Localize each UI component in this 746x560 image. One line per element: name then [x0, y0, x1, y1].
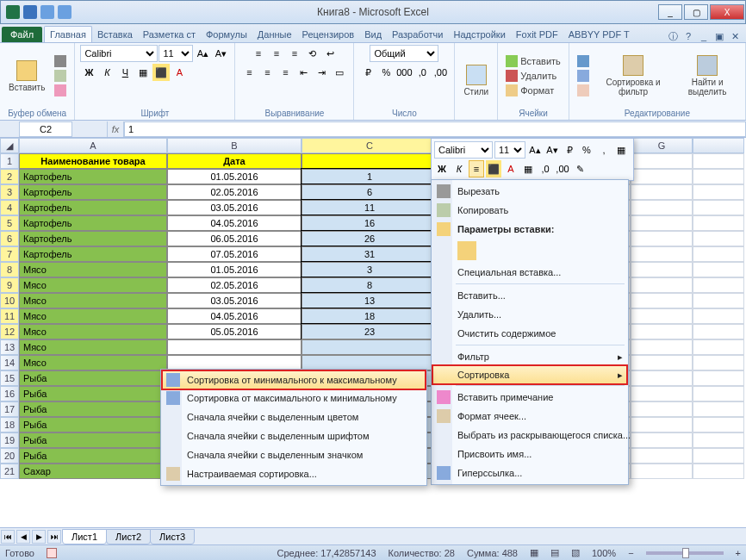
cell-name[interactable]: Мясо: [19, 324, 167, 339]
sort-custom[interactable]: Настраиваемая сортировка...: [163, 464, 425, 483]
col-blank[interactable]: [693, 138, 744, 153]
mini-align-center-icon[interactable]: ≡: [469, 160, 484, 177]
align-right-icon[interactable]: ≡: [277, 64, 294, 81]
select-all-corner[interactable]: ◢: [0, 138, 19, 153]
row-5[interactable]: 5: [0, 215, 19, 231]
cell-name[interactable]: Рыба: [19, 386, 167, 401]
cell-name[interactable]: Картофель: [19, 200, 167, 215]
redo-icon[interactable]: [58, 5, 71, 19]
window-restore-icon[interactable]: ▣: [713, 30, 725, 42]
mini-dec1-icon[interactable]: ,0: [538, 160, 553, 177]
percent-icon[interactable]: %: [377, 64, 395, 81]
tab-home[interactable]: Главная: [44, 26, 92, 42]
clipboard-icon[interactable]: [457, 241, 476, 260]
cell-name[interactable]: Мясо: [19, 262, 167, 277]
cut-button[interactable]: [52, 54, 69, 68]
ctx-copy[interactable]: Копировать: [433, 201, 626, 220]
minimize-ribbon-icon[interactable]: ⓘ: [667, 30, 679, 42]
cell-c[interactable]: 11: [302, 200, 438, 215]
cell-name[interactable]: Мясо: [19, 293, 167, 308]
ctx-paste-icon-row[interactable]: [433, 239, 626, 263]
zoom-in-icon[interactable]: +: [736, 548, 741, 558]
row-19[interactable]: 19: [0, 432, 19, 448]
mini-currency-icon[interactable]: ₽: [562, 141, 577, 159]
col-B[interactable]: B: [167, 138, 302, 153]
format-cells-button[interactable]: Формат: [503, 84, 563, 97]
col-G[interactable]: G: [631, 138, 693, 153]
ctx-insert[interactable]: Вставить...: [433, 286, 626, 305]
cell-date[interactable]: [167, 339, 302, 355]
row-3[interactable]: 3: [0, 184, 19, 200]
row-6[interactable]: 6: [0, 231, 19, 246]
formula-input[interactable]: [124, 121, 746, 137]
row-17[interactable]: 17: [0, 401, 19, 417]
zoom-level[interactable]: 100%: [592, 548, 616, 558]
save-icon[interactable]: [23, 5, 37, 19]
row-20[interactable]: 20: [0, 448, 19, 464]
sheet-nav-prev[interactable]: ◀: [16, 530, 30, 544]
cell-c[interactable]: 23: [302, 324, 438, 339]
sort-by-color[interactable]: Сначала ячейки с выделенным цветом: [163, 408, 425, 426]
cell-date[interactable]: 03.05.2016: [167, 200, 302, 215]
mini-font-color-icon[interactable]: A: [503, 160, 519, 177]
file-tab[interactable]: Файл: [2, 27, 42, 42]
window-min-icon[interactable]: _: [698, 30, 710, 42]
autosum-button[interactable]: [575, 54, 592, 68]
ctx-hyperlink[interactable]: Гиперссылка...: [433, 464, 626, 482]
row-14[interactable]: 14: [0, 355, 19, 370]
align-left-icon[interactable]: ≡: [240, 64, 258, 81]
row-9[interactable]: 9: [0, 277, 19, 293]
header-name[interactable]: Наименование товара: [19, 153, 167, 169]
cell-c[interactable]: 3: [302, 262, 438, 277]
cell-date[interactable]: 07.05.2016: [167, 246, 302, 262]
fx-icon[interactable]: fx: [107, 121, 124, 137]
format-painter-button[interactable]: [52, 84, 69, 97]
minimize-button[interactable]: _: [658, 4, 682, 20]
cell-date[interactable]: 03.05.2016: [167, 293, 302, 308]
mini-border2-icon[interactable]: ▦: [520, 160, 536, 177]
cell-name[interactable]: Рыба: [19, 401, 167, 417]
insert-cells-button[interactable]: Вставить: [503, 54, 563, 68]
row-15[interactable]: 15: [0, 370, 19, 386]
sheet-tab-3[interactable]: Лист3: [150, 529, 195, 544]
cell-name[interactable]: Картофель: [19, 215, 167, 231]
ctx-delete[interactable]: Удалить...: [433, 305, 626, 324]
zoom-out-icon[interactable]: −: [628, 548, 633, 558]
cell-c[interactable]: 18: [302, 308, 438, 324]
col-A[interactable]: A: [19, 138, 167, 153]
comma-icon[interactable]: 000: [395, 64, 413, 81]
cell-c[interactable]: 1: [302, 169, 438, 184]
row-21[interactable]: 21: [0, 464, 19, 479]
mini-comma-icon[interactable]: ,: [596, 141, 612, 159]
delete-cells-button[interactable]: Удалить: [503, 69, 563, 83]
tab-developer[interactable]: Разработчи: [387, 27, 448, 42]
view-normal-icon[interactable]: ▦: [530, 547, 538, 558]
mini-size-combo[interactable]: 11: [494, 141, 525, 159]
mini-bold-icon[interactable]: Ж: [434, 160, 450, 177]
cell-date[interactable]: 05.05.2016: [167, 324, 302, 339]
mini-percent-icon[interactable]: %: [579, 141, 594, 159]
row-18[interactable]: 18: [0, 417, 19, 432]
wrap-icon[interactable]: ↩: [322, 45, 339, 62]
row-7[interactable]: 7: [0, 246, 19, 262]
sort-desc[interactable]: Сортировка от максимального к минимально…: [163, 389, 425, 408]
header-date[interactable]: Дата: [167, 153, 302, 169]
close-button[interactable]: X: [710, 4, 744, 20]
row-16[interactable]: 16: [0, 386, 19, 401]
ctx-filter[interactable]: Фильтр▸: [433, 347, 626, 366]
orient-icon[interactable]: ⟲: [304, 45, 321, 62]
mini-border-icon[interactable]: ▦: [613, 141, 629, 159]
cell-date[interactable]: 04.05.2016: [167, 308, 302, 324]
cell-date[interactable]: 04.05.2016: [167, 215, 302, 231]
cell-name[interactable]: Мясо: [19, 308, 167, 324]
cell-name[interactable]: Рыба: [19, 370, 167, 386]
font-color-button[interactable]: A: [171, 64, 188, 81]
increase-font-icon[interactable]: A▴: [194, 45, 211, 62]
macro-record-icon[interactable]: [47, 548, 57, 558]
ctx-dropdown[interactable]: Выбрать из раскрывающегося списка...: [433, 426, 626, 445]
fill-button2[interactable]: [575, 69, 592, 83]
cell-name[interactable]: Рыба: [19, 417, 167, 432]
sort-asc[interactable]: Сортировка от минимального к максимально…: [162, 370, 426, 389]
sort-by-icon[interactable]: Сначала ячейки с выделенным значком: [163, 445, 425, 464]
indent-inc-icon[interactable]: ⇥: [313, 64, 330, 81]
